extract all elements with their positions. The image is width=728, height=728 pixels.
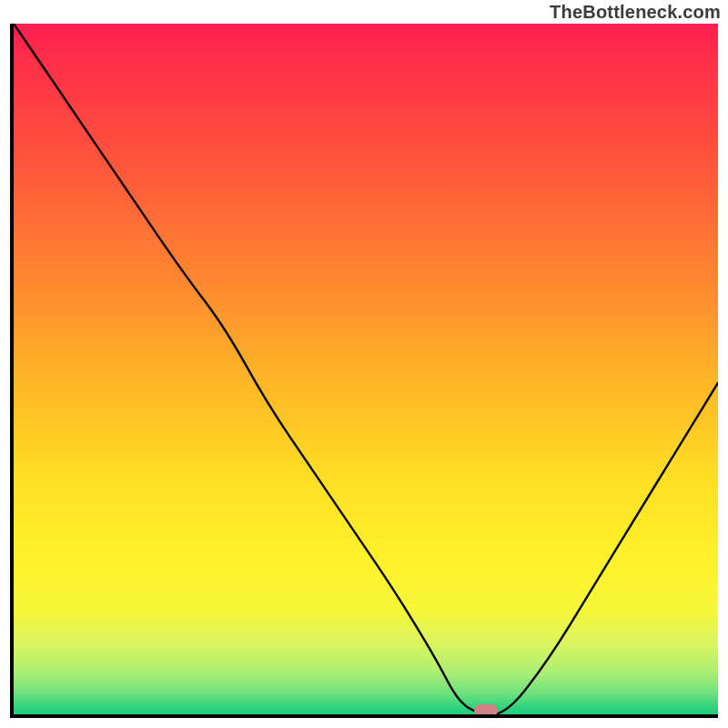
chart-container: TheBottleneck.com xyxy=(0,0,728,728)
bottleneck-curve xyxy=(14,24,718,714)
attribution-label: TheBottleneck.com xyxy=(550,2,721,23)
plot-area xyxy=(10,24,718,718)
curve-path xyxy=(14,24,718,714)
optimal-marker xyxy=(474,704,498,717)
